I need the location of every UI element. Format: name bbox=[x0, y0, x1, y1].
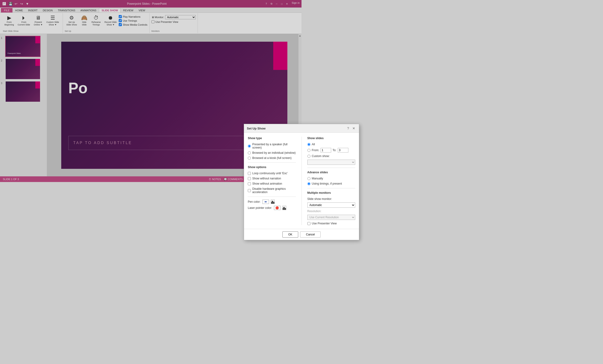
dialog-left-col: Show type Presented by a speaker (full s… bbox=[248, 136, 296, 182]
loop-continuously-option[interactable]: Loop continuously until 'Esc' bbox=[248, 172, 296, 175]
show-type-title: Show type bbox=[248, 136, 296, 140]
dialog-title: Set Up Show bbox=[247, 127, 266, 130]
show-without-narration-label: Show without narration bbox=[252, 177, 281, 180]
set-up-show-dialog: Set Up Show ? ✕ Show type Presented by a… bbox=[244, 124, 302, 182]
presented-by-speaker-label: Presented by a speaker (full screen) bbox=[252, 143, 296, 149]
show-options-title: Show options bbox=[248, 166, 296, 169]
presented-by-speaker-option[interactable]: Presented by a speaker (full screen) bbox=[248, 143, 296, 149]
show-options-divider bbox=[248, 162, 296, 163]
browsed-individual-option[interactable]: Browsed by an individual (window) bbox=[248, 151, 296, 154]
browsed-individual-radio[interactable] bbox=[248, 151, 251, 154]
modal-overlay: Set Up Show ? ✕ Show type Presented by a… bbox=[0, 0, 302, 182]
browsed-kiosk-option[interactable]: Browsed at a kiosk (full screen) bbox=[248, 156, 296, 160]
show-without-narration-checkbox[interactable] bbox=[248, 177, 251, 180]
dialog-body: Show type Presented by a speaker (full s… bbox=[244, 133, 302, 182]
browsed-kiosk-radio[interactable] bbox=[248, 157, 251, 160]
browsed-kiosk-label: Browsed at a kiosk (full screen) bbox=[252, 156, 292, 160]
loop-continuously-checkbox[interactable] bbox=[248, 172, 251, 175]
dialog-column-divider bbox=[302, 136, 302, 182]
show-without-narration-option[interactable]: Show without narration bbox=[248, 177, 296, 180]
presented-by-speaker-radio[interactable] bbox=[248, 145, 251, 148]
loop-continuously-label: Loop continuously until 'Esc' bbox=[252, 172, 288, 175]
browsed-individual-label: Browsed by an individual (window) bbox=[252, 151, 296, 154]
dialog-header: Set Up Show ? ✕ bbox=[244, 124, 302, 133]
